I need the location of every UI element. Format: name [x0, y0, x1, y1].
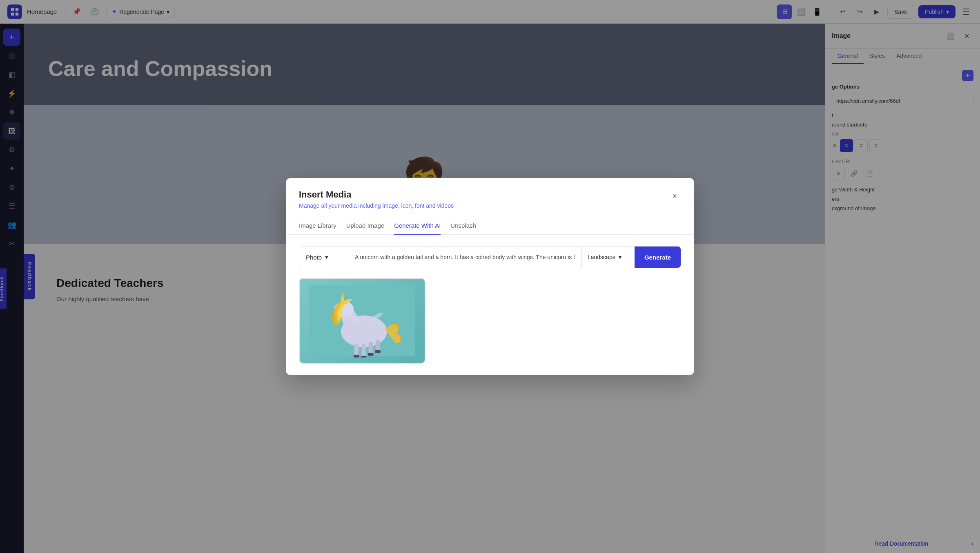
- modal-tab-image-library[interactable]: Image Library: [299, 217, 336, 235]
- svg-rect-17: [354, 355, 359, 358]
- svg-rect-13: [354, 344, 359, 356]
- insert-media-modal: Insert Media Manage all your media inclu…: [286, 178, 694, 375]
- svg-rect-20: [375, 350, 381, 353]
- modal-title: Insert Media: [299, 189, 454, 200]
- orientation-chevron-icon: ▾: [619, 254, 621, 260]
- generated-image-1[interactable]: [299, 278, 425, 364]
- modal-header-left: Insert Media Manage all your media inclu…: [299, 189, 454, 209]
- prompt-input[interactable]: [348, 247, 581, 268]
- orientation-value: Landscape: [588, 254, 616, 260]
- modal-body: Photo ▾ Landscape ▾ Generate: [286, 235, 694, 375]
- generate-button[interactable]: Generate: [635, 247, 681, 268]
- svg-rect-15: [369, 342, 373, 354]
- modal-subtitle: Manage all your media including image, i…: [299, 202, 454, 209]
- svg-rect-16: [376, 340, 380, 352]
- svg-rect-14: [361, 344, 365, 357]
- type-chevron-icon: ▾: [325, 253, 328, 261]
- modal-tab-generate-ai[interactable]: Generate With AI: [394, 217, 441, 235]
- generate-controls: Photo ▾ Landscape ▾ Generate: [299, 246, 681, 268]
- modal-header: Insert Media Manage all your media inclu…: [286, 178, 694, 209]
- modal-tabs: Image Library Upload Image Generate With…: [286, 217, 694, 235]
- orientation-select[interactable]: Landscape ▾: [581, 247, 635, 268]
- unicorn-image: [309, 284, 415, 358]
- modal-close-button[interactable]: ×: [668, 189, 681, 202]
- svg-rect-19: [368, 353, 374, 356]
- modal-overlay: Insert Media Manage all your media inclu…: [0, 0, 980, 553]
- modal-tab-upload-image[interactable]: Upload Image: [346, 217, 384, 235]
- image-type-value: Photo: [306, 254, 322, 261]
- svg-rect-18: [361, 356, 367, 358]
- generated-images-container: [299, 278, 681, 364]
- modal-tab-unsplash[interactable]: Unsplash: [450, 217, 476, 235]
- image-type-select[interactable]: Photo ▾: [299, 247, 348, 268]
